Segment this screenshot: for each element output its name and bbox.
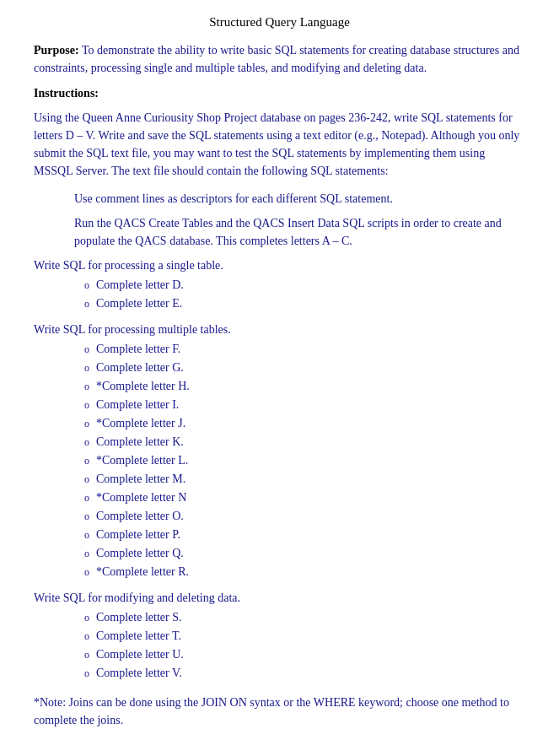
list-item: oComplete letter K. xyxy=(84,433,525,451)
list-bullet-icon: o xyxy=(84,435,89,450)
list-item-text: *Complete letter R. xyxy=(96,563,189,580)
indented-item-2: Run the QACS Create Tables and the QACS … xyxy=(74,214,525,250)
list-section-2: Write SQL for modifying and deleting dat… xyxy=(34,589,525,682)
list-item: oComplete letter E. xyxy=(84,294,525,312)
list-item-text: *Complete letter N xyxy=(96,489,186,506)
list-item: o*Complete letter H. xyxy=(84,377,525,395)
list-item: oComplete letter U. xyxy=(84,645,525,663)
list-item: oComplete letter D. xyxy=(84,276,525,294)
list-bullet-icon: o xyxy=(84,527,89,543)
list-bullet-icon: o xyxy=(84,342,89,357)
list-item: oComplete letter M. xyxy=(84,470,525,488)
list-item: o*Complete letter R. xyxy=(84,563,525,580)
list-bullet-icon: o xyxy=(84,379,89,394)
list-bullet-icon: o xyxy=(84,509,89,524)
instructions-body: Using the Queen Anne Curiousity Shop Pro… xyxy=(34,109,525,180)
list-item: oComplete letter V. xyxy=(84,664,525,682)
list-bullet-icon: o xyxy=(84,278,89,293)
list-item-text: Complete letter S. xyxy=(96,608,181,626)
list-section-1: Write SQL for processing multiple tables… xyxy=(34,321,525,580)
list-bullet-icon: o xyxy=(84,666,89,681)
indented-item-1: Use comment lines as descriptors for eac… xyxy=(74,190,525,208)
list-item: oComplete letter O. xyxy=(84,507,525,525)
list-bullet-icon: o xyxy=(84,296,89,311)
list-bullet-icon: o xyxy=(84,472,89,487)
list-bullet-icon: o xyxy=(84,360,89,375)
list-bullet-icon: o xyxy=(84,397,89,413)
list-item-text: Complete letter G. xyxy=(96,359,184,376)
list-item: o*Complete letter N xyxy=(84,489,525,506)
list-item: o*Complete letter J. xyxy=(84,414,525,432)
list-item-text: Complete letter F. xyxy=(96,340,180,358)
list-section-0: Write SQL for processing a single table.… xyxy=(34,256,525,312)
list-item: oComplete letter S. xyxy=(84,608,525,626)
list-item-text: Complete letter P. xyxy=(96,526,180,543)
list-item: oComplete letter F. xyxy=(84,340,525,358)
list-item: oComplete letter P. xyxy=(84,526,525,543)
list-bullet-icon: o xyxy=(84,564,89,580)
list-item-text: Complete letter O. xyxy=(96,507,184,525)
note-block: *Note: Joins can be done using the JOIN … xyxy=(34,694,525,729)
list-item: oComplete letter I. xyxy=(84,396,525,413)
list-item-text: Complete letter U. xyxy=(96,645,184,663)
list-item-text: Complete letter I. xyxy=(96,396,179,413)
list-bullet-icon: o xyxy=(84,647,89,662)
list-sections: Write SQL for processing a single table.… xyxy=(34,256,525,682)
list-item-text: *Complete letter H. xyxy=(96,377,190,395)
list-item-text: Complete letter M. xyxy=(96,470,185,488)
list-item: oComplete letter Q. xyxy=(84,544,525,562)
list-bullet-icon: o xyxy=(84,490,89,505)
list-bullet-icon: o xyxy=(84,453,89,468)
list-bullet-icon: o xyxy=(84,610,89,625)
list-section-title-0: Write SQL for processing a single table. xyxy=(34,256,525,274)
list-section-title-2: Write SQL for modifying and deleting dat… xyxy=(34,589,525,607)
list-item-text: *Complete letter J. xyxy=(96,414,185,432)
purpose-label: Purpose: xyxy=(34,44,79,57)
list-item-text: Complete letter V. xyxy=(96,664,182,682)
instructions-label: Instructions: xyxy=(34,87,525,100)
purpose-text: To demonstrate the ability to write basi… xyxy=(34,44,519,74)
list-item: oComplete letter G. xyxy=(84,359,525,376)
list-item-text: Complete letter Q. xyxy=(96,544,184,562)
list-item-text: Complete letter T. xyxy=(96,627,181,645)
list-item-text: Complete letter D. xyxy=(96,276,184,294)
list-bullet-icon: o xyxy=(84,416,89,431)
list-item-text: Complete letter E. xyxy=(96,294,182,312)
list-bullet-icon: o xyxy=(84,629,89,644)
list-bullet-icon: o xyxy=(84,546,89,561)
purpose-block: Purpose: To demonstrate the ability to w… xyxy=(34,41,525,77)
page-title: Structured Query Language xyxy=(34,15,525,30)
list-section-title-1: Write SQL for processing multiple tables… xyxy=(34,321,525,338)
list-item-text: *Complete letter L. xyxy=(96,451,188,469)
indented-item-2-text: Run the QACS Create Tables and the QACS … xyxy=(74,217,502,247)
list-item: oComplete letter T. xyxy=(84,627,525,645)
list-item: o*Complete letter L. xyxy=(84,451,525,469)
list-item-text: Complete letter K. xyxy=(96,433,184,451)
